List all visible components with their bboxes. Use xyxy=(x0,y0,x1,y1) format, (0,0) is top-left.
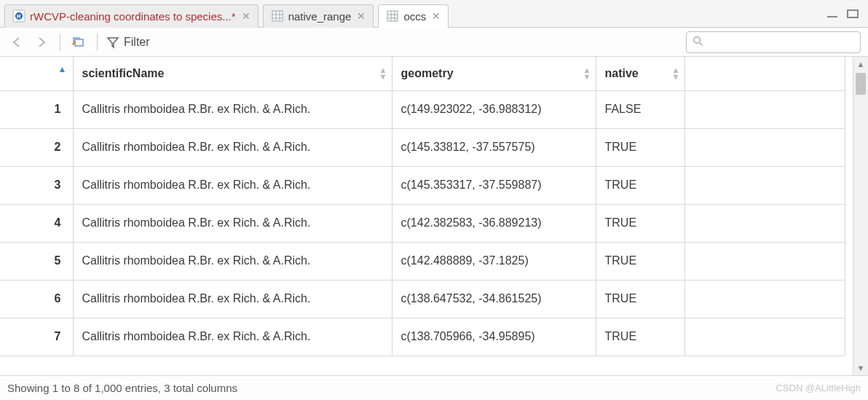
cell-scientificName: Callitris rhomboidea R.Br. ex Rich. & A.… xyxy=(73,204,392,242)
viewer-toolbar: Filter xyxy=(0,28,868,57)
cell-scientificName: Callitris rhomboidea R.Br. ex Rich. & A.… xyxy=(73,242,392,280)
row-number-cell: 1 xyxy=(0,90,73,128)
minimize-pane-icon[interactable] xyxy=(824,7,840,20)
maximize-pane-icon[interactable] xyxy=(845,7,861,20)
search-box[interactable] xyxy=(686,31,861,53)
cell-native: TRUE xyxy=(596,204,684,242)
pane-window-buttons xyxy=(824,7,868,20)
svg-line-17 xyxy=(700,42,703,45)
table-row[interactable]: 5Callitris rhomboidea R.Br. ex Rich. & A… xyxy=(0,242,845,280)
scroll-down-arrow-icon[interactable]: ▼ xyxy=(853,361,868,375)
close-icon[interactable]: ✕ xyxy=(432,10,441,22)
cell-geometry: c(142.488889, -37.1825) xyxy=(392,242,596,280)
col-label: geometry xyxy=(401,67,454,79)
col-label: scientificName xyxy=(82,67,165,79)
tab-script[interactable]: R rWCVP-cleaning coordinates to species.… xyxy=(4,4,259,28)
cell-geometry: c(145.353317, -37.559887) xyxy=(392,166,596,204)
cell-geometry: c(142.382583, -36.889213) xyxy=(392,204,596,242)
table-row[interactable]: 4Callitris rhomboidea R.Br. ex Rich. & A… xyxy=(0,204,845,242)
cell-empty xyxy=(684,166,845,204)
cell-empty xyxy=(684,204,845,242)
row-number-cell: 5 xyxy=(0,242,73,280)
col-label: native xyxy=(605,67,639,79)
separator xyxy=(60,34,60,51)
row-number-cell: 7 xyxy=(0,318,73,356)
row-number-cell: 3 xyxy=(0,166,73,204)
tab-label: native_range xyxy=(288,10,352,23)
sort-icon: ▲▼ xyxy=(379,67,387,80)
svg-rect-15 xyxy=(75,39,83,46)
header-row: ▲ scientificName ▲▼ geometry ▲▼ native ▲… xyxy=(0,57,845,90)
funnel-icon xyxy=(106,36,119,49)
search-input[interactable] xyxy=(708,36,854,48)
tabs-row: R rWCVP-cleaning coordinates to species.… xyxy=(0,0,868,28)
data-viewer-body: ▲ scientificName ▲▼ geometry ▲▼ native ▲… xyxy=(0,57,868,375)
status-text: Showing 1 to 8 of 1,000 entries, 3 total… xyxy=(7,382,237,394)
cell-geometry: c(149.923022, -36.988312) xyxy=(392,90,596,128)
popout-button[interactable] xyxy=(69,33,88,52)
nav-forward-button[interactable] xyxy=(32,33,51,52)
svg-point-16 xyxy=(694,36,701,43)
cell-geometry: c(145.33812, -37.557575) xyxy=(392,128,596,166)
search-icon xyxy=(693,36,703,49)
filter-label: Filter xyxy=(124,36,150,49)
col-header-empty xyxy=(684,57,845,90)
cell-empty xyxy=(684,128,845,166)
cell-native: FALSE xyxy=(596,90,684,128)
cell-empty xyxy=(684,280,845,318)
col-header-native[interactable]: native ▲▼ xyxy=(596,57,684,90)
row-number-cell: 6 xyxy=(0,280,73,318)
table-row[interactable]: 1Callitris rhomboidea R.Br. ex Rich. & A… xyxy=(0,90,845,128)
col-header-scientificName[interactable]: scientificName ▲▼ xyxy=(73,57,392,90)
separator xyxy=(97,34,98,51)
grid-icon xyxy=(386,9,399,23)
cell-scientificName: Callitris rhomboidea R.Br. ex Rich. & A.… xyxy=(73,166,392,204)
table-row[interactable]: 7Callitris rhomboidea R.Br. ex Rich. & A… xyxy=(0,318,845,356)
sort-asc-icon: ▲ xyxy=(58,64,67,74)
close-icon[interactable]: ✕ xyxy=(357,10,366,22)
row-number-header[interactable]: ▲ xyxy=(0,57,73,90)
cell-native: TRUE xyxy=(596,318,684,356)
svg-rect-13 xyxy=(827,16,837,17)
sort-icon: ▲▼ xyxy=(672,67,680,80)
cell-empty xyxy=(684,242,845,280)
cell-native: TRUE xyxy=(596,280,684,318)
cell-native: TRUE xyxy=(596,166,684,204)
cell-scientificName: Callitris rhomboidea R.Br. ex Rich. & A.… xyxy=(73,318,392,356)
cell-scientificName: Callitris rhomboidea R.Br. ex Rich. & A.… xyxy=(73,128,392,166)
tab-label: occs xyxy=(403,10,426,23)
data-grid: ▲ scientificName ▲▼ geometry ▲▼ native ▲… xyxy=(0,57,853,375)
cell-geometry: c(138.647532, -34.861525) xyxy=(392,280,596,318)
scroll-up-arrow-icon[interactable]: ▲ xyxy=(853,57,868,71)
svg-rect-8 xyxy=(387,11,398,21)
vertical-scrollbar[interactable]: ▲ ▼ xyxy=(853,57,868,375)
r-script-icon: R xyxy=(12,9,25,23)
svg-rect-14 xyxy=(848,10,858,17)
table-row[interactable]: 6Callitris rhomboidea R.Br. ex Rich. & A… xyxy=(0,280,845,318)
grid-icon xyxy=(271,9,284,23)
cell-native: TRUE xyxy=(596,242,684,280)
filter-button[interactable]: Filter xyxy=(106,36,150,49)
cell-empty xyxy=(684,90,845,128)
close-icon[interactable]: ✕ xyxy=(242,10,250,22)
svg-rect-3 xyxy=(272,11,283,21)
row-number-cell: 2 xyxy=(0,128,73,166)
tab-data-native-range[interactable]: native_range ✕ xyxy=(263,4,374,28)
table-row[interactable]: 3Callitris rhomboidea R.Br. ex Rich. & A… xyxy=(0,166,845,204)
watermark-text: CSDN @ALittleHigh xyxy=(776,383,861,393)
cell-empty xyxy=(684,318,845,356)
cell-scientificName: Callitris rhomboidea R.Br. ex Rich. & A.… xyxy=(73,90,392,128)
tab-data-occs[interactable]: occs ✕ xyxy=(378,4,449,28)
sort-icon: ▲▼ xyxy=(583,67,591,80)
nav-back-button[interactable] xyxy=(7,33,26,52)
cell-native: TRUE xyxy=(596,128,684,166)
row-number-cell: 4 xyxy=(0,204,73,242)
svg-text:R: R xyxy=(17,13,21,20)
tab-label: rWCVP-cleaning coordinates to species...… xyxy=(30,10,236,23)
cell-scientificName: Callitris rhomboidea R.Br. ex Rich. & A.… xyxy=(73,280,392,318)
status-bar: Showing 1 to 8 of 1,000 entries, 3 total… xyxy=(0,375,868,400)
table-row[interactable]: 2Callitris rhomboidea R.Br. ex Rich. & A… xyxy=(0,128,845,166)
scroll-thumb[interactable] xyxy=(856,73,866,95)
col-header-geometry[interactable]: geometry ▲▼ xyxy=(392,57,596,90)
cell-geometry: c(138.705966, -34.95895) xyxy=(392,318,596,356)
